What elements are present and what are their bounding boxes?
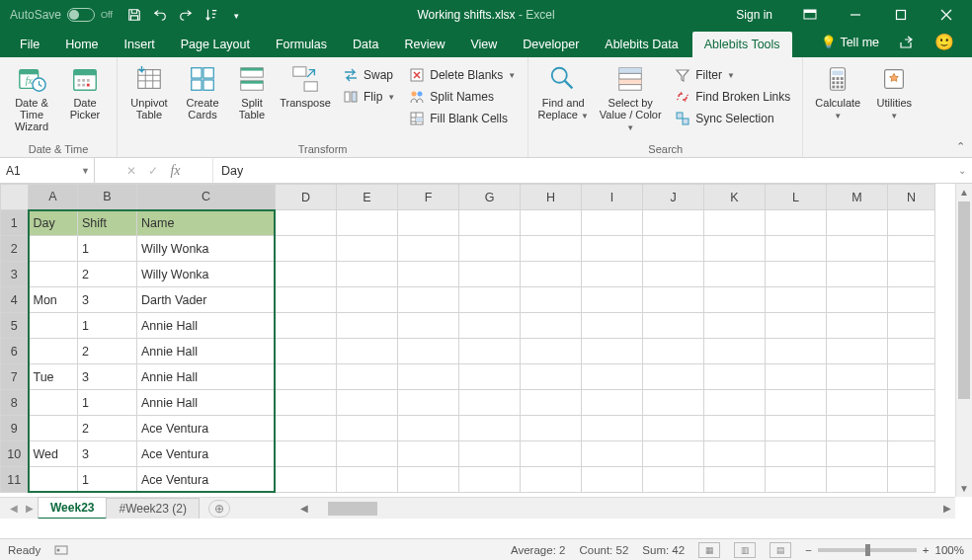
scrollbar-thumb[interactable] <box>958 201 970 399</box>
cell[interactable] <box>337 390 398 416</box>
cell[interactable] <box>29 262 78 287</box>
tab-insert[interactable]: Insert <box>113 32 167 57</box>
split-names-button[interactable]: Split Names <box>405 87 520 107</box>
cell[interactable] <box>827 390 888 416</box>
redo-icon[interactable] <box>176 5 196 25</box>
create-cards-button[interactable]: Create Cards <box>179 61 226 122</box>
cell[interactable] <box>704 313 766 339</box>
save-icon[interactable] <box>124 5 144 25</box>
find-broken-links-button[interactable]: Find Broken Links <box>671 87 794 107</box>
column-header[interactable]: E <box>337 185 398 210</box>
cell[interactable] <box>643 467 704 493</box>
cell[interactable]: Tue <box>29 364 78 390</box>
view-pagebreak-icon[interactable]: ▤ <box>770 542 791 558</box>
close-icon[interactable] <box>925 0 968 30</box>
cell[interactable] <box>521 364 582 390</box>
sign-in-button[interactable]: Sign in <box>722 8 786 22</box>
column-header[interactable]: H <box>521 185 582 210</box>
row-header[interactable]: 2 <box>1 236 29 262</box>
cell[interactable] <box>827 262 888 287</box>
zoom-slider[interactable] <box>818 548 917 552</box>
cell[interactable]: 1 <box>78 313 137 339</box>
formula-input[interactable]: Day⌄ <box>213 158 972 183</box>
filter-button[interactable]: Filter ▼ <box>671 65 794 85</box>
zoom-out-icon[interactable]: − <box>805 544 812 556</box>
tab-ablebits-tools[interactable]: Ablebits Tools <box>692 32 792 57</box>
cell[interactable] <box>766 313 827 339</box>
date-picker-button[interactable]: Date Picker <box>61 61 109 122</box>
cell[interactable] <box>582 210 643 236</box>
column-header[interactable]: F <box>398 185 459 210</box>
cell[interactable] <box>276 390 337 416</box>
horizontal-scrollbar[interactable]: ◀ ▶ <box>296 497 955 519</box>
cell[interactable] <box>582 339 643 364</box>
cell[interactable] <box>888 210 935 236</box>
cell[interactable] <box>398 441 459 467</box>
cell[interactable] <box>888 441 935 467</box>
cell[interactable] <box>521 467 582 493</box>
sync-selection-button[interactable]: Sync Selection <box>671 109 794 128</box>
qat-customize-icon[interactable]: ▾ <box>227 5 247 25</box>
column-header[interactable]: C <box>137 185 276 210</box>
select-by-value-button[interactable]: Select by Value / Color ▼ <box>596 61 665 133</box>
cell[interactable] <box>582 416 643 441</box>
cell[interactable] <box>766 390 827 416</box>
tab-data[interactable]: Data <box>341 32 390 57</box>
cell[interactable] <box>521 313 582 339</box>
calculate-button[interactable]: Calculate▼ <box>811 61 864 122</box>
cell[interactable] <box>398 236 459 262</box>
split-table-button[interactable]: Split Table <box>232 61 272 122</box>
row-header[interactable]: 3 <box>1 262 29 287</box>
cell[interactable] <box>888 313 935 339</box>
cell[interactable]: Day <box>29 210 78 236</box>
cell[interactable]: Ace Ventura <box>137 416 276 441</box>
cell[interactable] <box>276 313 337 339</box>
cell[interactable] <box>888 467 935 493</box>
cell[interactable]: 2 <box>78 416 137 441</box>
transpose-button[interactable]: Transpose <box>278 61 333 122</box>
cell[interactable] <box>276 441 337 467</box>
cell[interactable]: 2 <box>78 262 137 287</box>
macro-record-icon[interactable] <box>54 544 68 556</box>
cell[interactable] <box>337 210 398 236</box>
scroll-right-icon[interactable]: ▶ <box>939 503 955 514</box>
name-box[interactable]: A1▼ <box>0 158 95 183</box>
zoom-control[interactable]: − + 100% <box>805 544 964 556</box>
cell[interactable] <box>459 390 521 416</box>
ribbon-display-icon[interactable] <box>788 0 832 30</box>
scrollbar-thumb[interactable] <box>328 502 377 516</box>
row-header[interactable]: 11 <box>1 467 29 493</box>
cell[interactable] <box>643 339 704 364</box>
fill-blank-cells-button[interactable]: Fill Blank Cells <box>405 109 520 128</box>
cell[interactable] <box>643 262 704 287</box>
cell[interactable]: Ace Ventura <box>137 467 276 493</box>
scroll-up-icon[interactable]: ▲ <box>956 184 972 200</box>
cell[interactable] <box>459 364 521 390</box>
cell[interactable] <box>29 416 78 441</box>
cell[interactable]: Mon <box>29 287 78 313</box>
cell[interactable]: 1 <box>78 467 137 493</box>
cell[interactable] <box>398 210 459 236</box>
cell[interactable] <box>888 339 935 364</box>
cell[interactable]: Wed <box>29 441 78 467</box>
cell[interactable] <box>276 467 337 493</box>
cell[interactable] <box>704 416 766 441</box>
column-header[interactable]: L <box>766 185 827 210</box>
view-normal-icon[interactable]: ▦ <box>698 542 720 558</box>
tab-formulas[interactable]: Formulas <box>264 32 339 57</box>
cell[interactable] <box>704 441 766 467</box>
cell[interactable]: Annie Hall <box>137 339 276 364</box>
cell[interactable] <box>337 313 398 339</box>
cell[interactable] <box>827 313 888 339</box>
cell[interactable] <box>582 287 643 313</box>
row-header[interactable]: 6 <box>1 339 29 364</box>
cell[interactable]: 3 <box>78 441 137 467</box>
cell[interactable] <box>398 467 459 493</box>
cell[interactable] <box>276 287 337 313</box>
tab-developer[interactable]: Developer <box>511 32 591 57</box>
autosave-toggle[interactable]: AutoSave Off <box>4 8 119 22</box>
cell[interactable] <box>582 441 643 467</box>
cell[interactable] <box>459 441 521 467</box>
cell[interactable] <box>276 364 337 390</box>
grid[interactable]: ABCDEFGHIJKLMN1DayShiftName21Willy Wonka… <box>0 184 972 519</box>
